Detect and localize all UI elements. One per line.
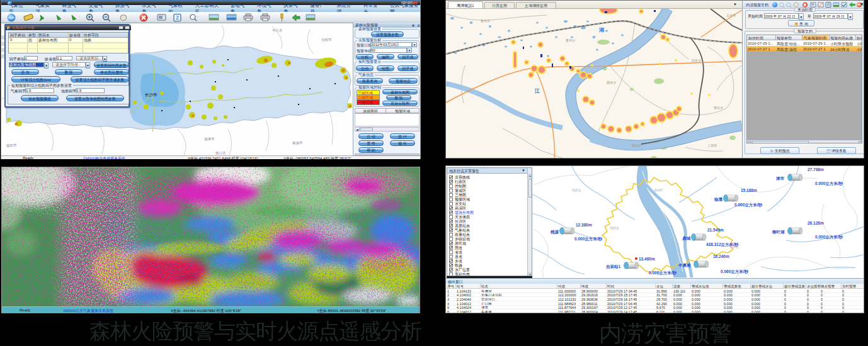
svg-text:牛鼻滩: 牛鼻滩 [678, 263, 691, 268]
svg-text:益阳市: 益阳市 [6, 143, 17, 148]
svg-text:桃源县: 桃源县 [610, 226, 619, 230]
svg-text:刘家乡: 刘家乡 [692, 59, 701, 63]
svg-text:柳叶湖: 柳叶湖 [772, 230, 785, 234]
svg-text:夏埠乡: 夏埠乡 [481, 19, 490, 23]
svg-text:江: 江 [534, 88, 540, 94]
svg-text:27.798m: 27.798m [808, 167, 824, 172]
svg-text:夏埠乡: 夏埠乡 [566, 38, 575, 43]
svg-text:津市: 津市 [775, 176, 785, 181]
svg-text:13.460m: 13.460m [639, 257, 655, 261]
svg-text:圆坊乡: 圆坊乡 [632, 143, 641, 148]
svg-text:平江县: 平江县 [272, 28, 283, 33]
svg-text:0.000立方米/秒: 0.000立方米/秒 [815, 235, 843, 240]
svg-text:湘: 湘 [598, 27, 604, 33]
svg-text:0.000立方米/秒: 0.000立方米/秒 [574, 237, 603, 242]
svg-text:438.312立方米/秒: 438.312立方米/秒 [706, 242, 739, 247]
svg-text:15.168m: 15.168m [741, 188, 757, 193]
svg-text:0.060立方米/秒: 0.060立方米/秒 [721, 269, 749, 274]
svg-text:鼎城区: 鼎城区 [654, 188, 663, 193]
svg-text:2: 2 [176, 14, 179, 21]
svg-text:湘潭市: 湘潭市 [204, 137, 215, 142]
svg-text:26.126m: 26.126m [808, 221, 824, 225]
svg-text:衡山县: 衡山县 [215, 151, 226, 155]
svg-text:上清镇: 上清镇 [707, 143, 717, 148]
svg-text:长沙市: 长沙市 [145, 92, 157, 98]
svg-text:圆城乡: 圆城乡 [607, 81, 616, 85]
svg-text:R: R [827, 3, 830, 7]
svg-text:志光镇: 志光镇 [726, 13, 736, 18]
svg-text:鼎城: 鼎城 [682, 236, 691, 241]
svg-text:21.549m: 21.549m [707, 228, 724, 232]
svg-text:岳阳市: 岳阳市 [321, 38, 332, 42]
svg-text:圆坊乡: 圆坊乡 [714, 106, 723, 110]
svg-text:自采站1: 自采站1 [606, 264, 621, 269]
svg-text:..: .. [197, 14, 198, 18]
svg-text:0.006立方米/秒: 0.006立方米/秒 [649, 271, 677, 276]
svg-text:16.240m: 16.240m [713, 254, 729, 259]
svg-text:12.380m: 12.380m [576, 223, 592, 227]
svg-text:桃源: 桃源 [550, 230, 559, 235]
svg-text:临澧: 临澧 [714, 197, 723, 202]
svg-text:株洲市: 株洲市 [292, 141, 303, 145]
svg-text:0.000立方米/秒: 0.000立方米/秒 [815, 181, 843, 186]
svg-text:桃源县: 桃源县 [572, 188, 581, 193]
svg-text:0.000立方米/秒: 0.000立方米/秒 [734, 203, 763, 208]
